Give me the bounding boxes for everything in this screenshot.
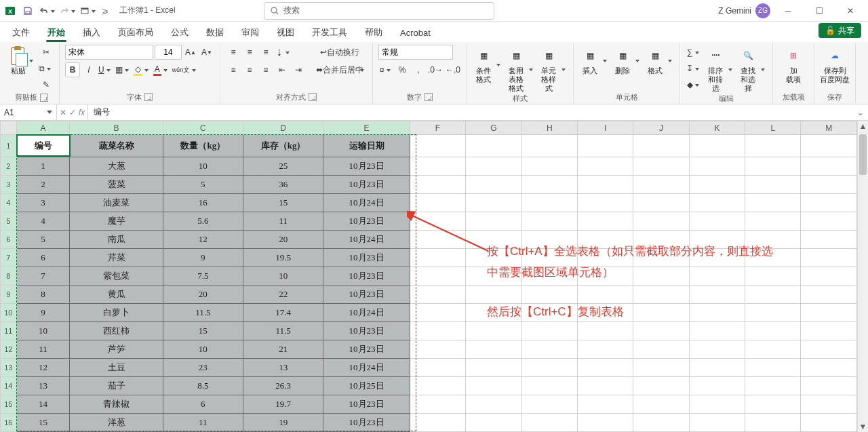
column-header[interactable]: A (16, 121, 70, 135)
align-bottom-button[interactable]: ≡ (258, 45, 273, 60)
cell[interactable] (521, 176, 577, 194)
cell[interactable] (689, 194, 745, 212)
paste-button[interactable]: 粘贴 (9, 45, 35, 75)
table-cell[interactable]: 青辣椒 (70, 395, 163, 414)
table-cell[interactable]: 10 (243, 267, 323, 286)
cell[interactable] (521, 286, 577, 304)
cell[interactable] (745, 194, 801, 212)
fill-color-button[interactable]: ◇ (133, 62, 151, 77)
table-cell[interactable]: 魔芋 (70, 212, 163, 231)
cell[interactable] (745, 135, 801, 157)
cell[interactable] (521, 212, 577, 231)
conditional-format-button[interactable]: ▦条件格式 (473, 45, 502, 84)
cell[interactable] (466, 212, 521, 231)
cell[interactable] (578, 286, 633, 304)
cell[interactable] (578, 212, 633, 231)
cell[interactable] (410, 304, 465, 322)
cell[interactable] (578, 359, 633, 377)
row-header[interactable]: 16 (1, 414, 17, 432)
sort-filter-button[interactable]: ᠁排序和筛选 (705, 45, 734, 94)
table-cell[interactable]: 22 (243, 286, 323, 304)
table-cell[interactable]: 5 (163, 176, 243, 194)
table-header-cell[interactable]: 蔬菜名称 (70, 135, 163, 157)
currency-button[interactable]: ¤ (378, 62, 393, 77)
cell[interactable] (578, 194, 633, 212)
table-cell[interactable]: 土豆 (70, 359, 163, 377)
cell[interactable] (521, 135, 577, 157)
table-cell[interactable]: 大葱 (70, 157, 163, 176)
cell[interactable] (801, 176, 857, 194)
table-cell[interactable]: 19.5 (243, 249, 323, 267)
scroll-thumb[interactable] (859, 134, 867, 175)
table-cell[interactable]: 17.4 (243, 304, 323, 322)
cell[interactable] (801, 377, 857, 395)
cell[interactable] (466, 414, 521, 432)
row-header[interactable]: 13 (1, 359, 17, 377)
table-cell[interactable]: 茄子 (70, 377, 163, 395)
table-cell[interactable]: 10月23日 (323, 322, 410, 340)
table-cell[interactable]: 10 (163, 157, 243, 176)
cell[interactable] (689, 304, 745, 322)
cell[interactable] (410, 135, 465, 157)
cell[interactable] (801, 157, 857, 176)
column-header[interactable]: J (633, 121, 689, 135)
cell[interactable] (801, 340, 857, 359)
align-launcher-icon[interactable] (309, 93, 317, 101)
insert-cells-button[interactable]: ▦插入 (579, 45, 609, 75)
table-cell[interactable]: 20 (163, 286, 243, 304)
table-cell[interactable]: 10月23日 (323, 267, 410, 286)
redo-button[interactable] (60, 2, 77, 20)
indent-decrease-button[interactable]: ⇤ (275, 62, 290, 77)
cell[interactable] (633, 395, 689, 414)
minimize-button[interactable]: ─ (774, 2, 802, 20)
scroll-up-icon[interactable]: ▲ (858, 121, 868, 132)
underline-button[interactable]: U (98, 62, 113, 77)
row-header[interactable]: 11 (1, 322, 17, 340)
increase-decimal-button[interactable]: .0→ (427, 62, 443, 77)
table-cell[interactable]: 26.3 (243, 377, 323, 395)
cell[interactable] (521, 194, 577, 212)
cell[interactable] (801, 322, 857, 340)
table-cell[interactable]: 10月23日 (323, 157, 410, 176)
cell[interactable] (689, 395, 745, 414)
cell[interactable] (689, 212, 745, 231)
cell[interactable] (578, 157, 633, 176)
tab-insert[interactable]: 插入 (79, 23, 104, 42)
cell[interactable] (689, 359, 745, 377)
cell[interactable] (521, 414, 577, 432)
cell[interactable] (633, 176, 689, 194)
row-header[interactable]: 15 (1, 395, 17, 414)
table-cell[interactable]: 7.5 (163, 267, 243, 286)
table-cell[interactable]: 8 (16, 286, 70, 304)
cell[interactable] (521, 157, 577, 176)
table-header-cell[interactable]: 库存（kg） (243, 135, 323, 157)
font-name-select[interactable] (65, 45, 153, 60)
align-middle-button[interactable]: ≡ (242, 45, 257, 60)
table-cell[interactable]: 5.6 (163, 212, 243, 231)
table-cell[interactable]: 11 (16, 340, 70, 359)
delete-cells-button[interactable]: ▦删除 (612, 45, 642, 75)
cell[interactable] (410, 267, 465, 286)
comma-button[interactable]: , (411, 62, 426, 77)
border-button[interactable]: ▦ (115, 62, 132, 77)
cell[interactable] (689, 414, 745, 432)
column-header[interactable]: M (801, 121, 857, 135)
decrease-decimal-button[interactable]: ←.0 (445, 62, 461, 77)
table-cell[interactable]: 9 (163, 249, 243, 267)
cell[interactable] (466, 322, 521, 340)
table-cell[interactable]: 25 (243, 157, 323, 176)
row-header[interactable]: 1 (1, 135, 17, 157)
cell[interactable] (410, 212, 465, 231)
cell[interactable] (410, 414, 465, 432)
font-color-button[interactable]: A (153, 62, 170, 77)
table-cell[interactable]: 11.5 (163, 304, 243, 322)
cut-button[interactable]: ✂ (38, 45, 54, 60)
clipboard-launcher-icon[interactable] (40, 94, 48, 102)
table-cell[interactable]: 黄瓜 (70, 286, 163, 304)
cell[interactable] (578, 395, 633, 414)
cell[interactable] (410, 194, 465, 212)
tab-view[interactable]: 视图 (273, 23, 298, 42)
find-select-button[interactable]: 🔍查找和选择 (737, 45, 767, 94)
table-cell[interactable]: 1 (16, 157, 70, 176)
table-cell[interactable]: 8.5 (163, 377, 243, 395)
